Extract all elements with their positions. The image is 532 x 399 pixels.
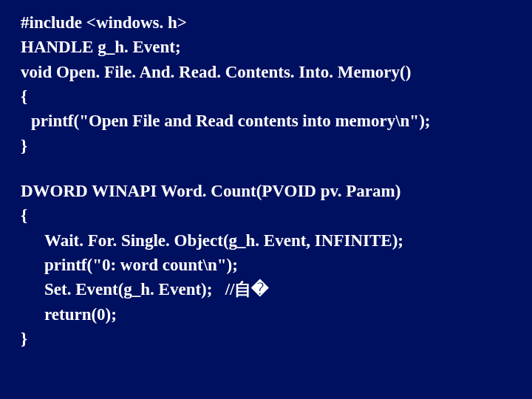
code-line: printf("Open File and Read contents into… [21, 109, 532, 133]
code-line: Set. Event(g_h. Event); //自� [21, 277, 532, 301]
code-line: { [21, 84, 532, 109]
code-line: } [21, 327, 532, 351]
code-line: void Open. File. And. Read. Contents. In… [21, 60, 532, 84]
code-line: } [21, 134, 532, 158]
code-line: printf("0: word count\n"); [21, 253, 532, 277]
code-line: #include <windows. h> [21, 10, 532, 35]
code-line: DWORD WINAPI Word. Count(PVOID pv. Param… [21, 179, 532, 203]
code-slide: #include <windows. h> HANDLE g_h. Event;… [0, 0, 532, 351]
code-line: Wait. For. Single. Object(g_h. Event, IN… [21, 228, 532, 253]
code-line: { [21, 203, 532, 228]
code-line: HANDLE g_h. Event; [21, 35, 532, 59]
blank-line [21, 158, 532, 179]
code-line: return(0); [21, 302, 532, 327]
